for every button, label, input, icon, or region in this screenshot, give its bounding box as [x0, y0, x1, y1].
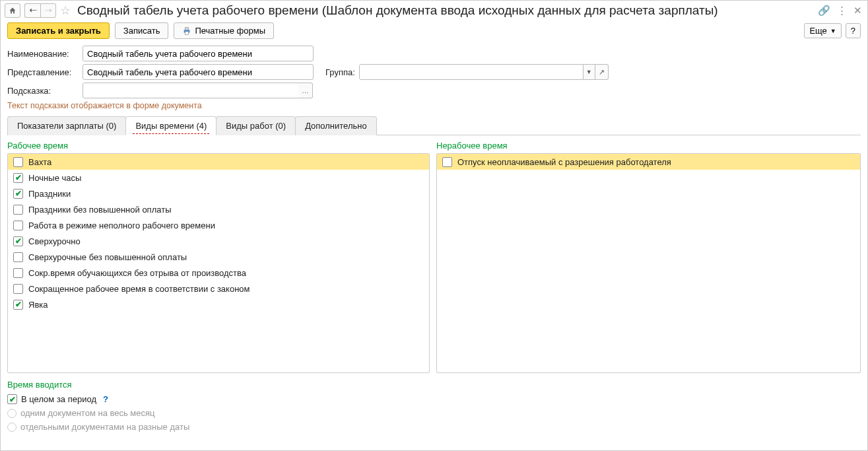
one-doc-radio [7, 409, 17, 418]
checkbox[interactable] [13, 221, 23, 230]
close-icon[interactable]: ✕ [853, 5, 862, 17]
checkbox[interactable] [13, 236, 23, 246]
svg-rect-1 [185, 27, 189, 30]
window-title: Сводный табель учета рабочего времени (Ш… [77, 3, 814, 18]
checkbox[interactable] [13, 157, 23, 167]
whole-period-checkbox[interactable] [7, 394, 17, 404]
nonwork-time-section-label: Нерабочее время [436, 141, 861, 151]
list-item-label: Праздники без повышенной оплаты [28, 205, 171, 215]
list-item[interactable]: Явка [8, 296, 429, 312]
checkbox[interactable] [13, 189, 23, 199]
list-item[interactable]: Сверхурочные без повышенной оплаты [8, 249, 429, 265]
list-item-label: Работа в режиме неполного рабочего време… [28, 221, 215, 230]
work-time-list[interactable]: ВахтаНочные часыПраздникиПраздники без п… [7, 153, 430, 373]
save-button[interactable]: Записать [115, 22, 169, 39]
print-forms-label: Печатные формы [195, 26, 265, 36]
list-item[interactable]: Работа в режиме неполного рабочего време… [8, 217, 429, 233]
nonwork-time-list[interactable]: Отпуск неоплачиваемый с разрешения работ… [436, 153, 861, 373]
forward-button[interactable]: 🠒 [40, 3, 56, 18]
checkbox[interactable] [13, 268, 23, 278]
entry-section-label: Время вводится [7, 380, 861, 390]
checkbox[interactable] [13, 205, 23, 215]
more-button[interactable]: Еще ▼ [804, 23, 841, 38]
back-button[interactable]: 🠐 [24, 3, 40, 18]
list-item[interactable]: Вахта [8, 154, 429, 170]
favorite-icon[interactable]: ☆ [60, 3, 71, 18]
svg-rect-2 [185, 31, 189, 34]
tab-additional[interactable]: Дополнительно [295, 116, 377, 135]
tab-salary-indicators[interactable]: Показатели зарплаты (0) [7, 116, 126, 135]
tab-time-types[interactable]: Виды времени (4) [125, 116, 217, 135]
representation-input[interactable] [83, 64, 314, 80]
print-forms-button[interactable]: Печатные формы [174, 22, 274, 39]
list-item[interactable]: Праздники [8, 186, 429, 201]
group-input[interactable] [359, 64, 584, 80]
more-label: Еще [809, 26, 826, 36]
group-label: Группа: [325, 67, 355, 77]
name-label: Наименование: [7, 49, 79, 59]
help-button[interactable]: ? [846, 23, 861, 38]
save-and-close-button[interactable]: Записать и закрыть [7, 22, 110, 39]
list-item[interactable]: Праздники без повышенной оплаты [8, 201, 429, 217]
checkbox[interactable] [13, 300, 23, 310]
separate-docs-label: отдельными документами на разные даты [20, 422, 189, 432]
separate-docs-radio [7, 423, 17, 432]
list-item-label: Праздники [28, 189, 71, 199]
list-item[interactable]: Ночные часы [8, 170, 429, 186]
menu-icon[interactable]: ⋮ [837, 5, 847, 17]
checkbox[interactable] [13, 284, 23, 294]
checkbox[interactable] [442, 157, 452, 167]
list-item[interactable]: Сокращенное рабочее время в соответствии… [8, 281, 429, 296]
whole-period-label: В целом за период [21, 394, 96, 404]
tab-work-types[interactable]: Виды работ (0) [216, 116, 296, 135]
printer-icon [182, 26, 191, 36]
list-item[interactable]: Сокр.время обучающихся без отрыва от про… [8, 265, 429, 281]
hint-label: Подсказка: [7, 86, 79, 96]
whole-period-help[interactable]: ? [103, 394, 108, 404]
list-item-label: Сокр.время обучающихся без отрыва от про… [28, 268, 246, 278]
checkbox[interactable] [13, 252, 23, 262]
list-item-label: Отпуск неоплачиваемый с разрешения работ… [457, 157, 671, 167]
group-dropdown-button[interactable]: ▼ [584, 64, 595, 80]
chevron-down-icon: ▼ [830, 28, 836, 34]
list-item-label: Сверхурочно [28, 236, 81, 246]
list-item-label: Сверхурочные без повышенной оплаты [28, 252, 187, 262]
list-item[interactable]: Отпуск неоплачиваемый с разрешения работ… [437, 154, 860, 170]
name-input[interactable] [83, 46, 314, 61]
work-time-section-label: Рабочее время [7, 141, 430, 151]
hint-description: Текст подсказки отображается в форме док… [1, 100, 867, 116]
hint-input[interactable] [83, 83, 300, 98]
list-item-label: Явка [28, 300, 48, 310]
hint-ellipsis-button[interactable]: … [298, 83, 313, 98]
list-item-label: Сокращенное рабочее время в соответствии… [28, 284, 250, 294]
list-item[interactable]: Сверхурочно [8, 233, 429, 249]
one-doc-label: одним документом на весь месяц [20, 408, 155, 418]
group-open-button[interactable]: ↗ [595, 64, 609, 80]
checkbox[interactable] [13, 173, 23, 183]
representation-label: Представление: [7, 67, 79, 77]
list-item-label: Вахта [28, 157, 51, 167]
list-item-label: Ночные часы [28, 173, 81, 183]
home-button[interactable] [5, 3, 20, 18]
link-icon[interactable]: 🔗 [818, 5, 830, 17]
